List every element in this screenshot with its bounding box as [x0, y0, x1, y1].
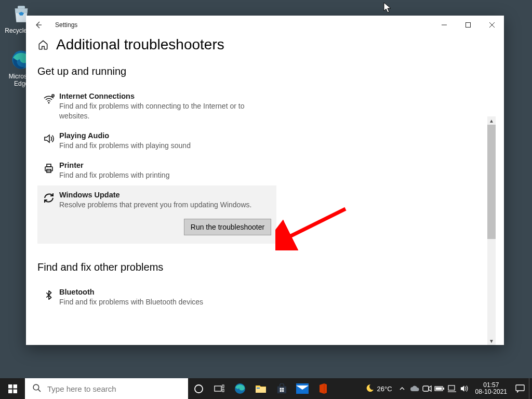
svg-rect-24 [282, 390, 283, 391]
item-desc: Find and fix problems with connecting to… [59, 101, 257, 121]
item-name: Windows Update [59, 191, 272, 199]
svg-rect-5 [45, 167, 52, 171]
svg-rect-27 [423, 386, 429, 391]
svg-rect-11 [8, 389, 12, 393]
cortana-button[interactable] [188, 378, 209, 399]
speaker-icon [39, 131, 58, 151]
page-title: Additional troubleshooters [56, 36, 224, 53]
svg-rect-21 [280, 388, 281, 389]
system-tray [396, 378, 471, 399]
item-name: Bluetooth [59, 288, 488, 296]
svg-rect-30 [435, 388, 442, 390]
tray-overflow-button[interactable] [396, 378, 408, 399]
item-name: Printer [59, 161, 488, 169]
wifi-icon [39, 92, 58, 121]
taskbar-app-office[interactable] [313, 378, 334, 399]
troubleshooter-printer[interactable]: Printer Find and fix problems with print… [37, 156, 493, 185]
bluetooth-icon [39, 288, 58, 307]
mouse-cursor [383, 2, 393, 14]
item-desc: Resolve problems that prevent you from u… [59, 200, 257, 210]
taskbar-search[interactable] [25, 378, 188, 399]
scroll-down-button[interactable]: ▼ [487, 337, 496, 345]
troubleshooter-playing-audio[interactable]: Playing Audio Find and fix problems with… [37, 126, 493, 156]
network-icon[interactable] [446, 378, 458, 399]
refresh-icon [39, 191, 58, 210]
svg-rect-32 [516, 385, 524, 391]
svg-rect-20 [277, 386, 286, 393]
taskbar-app-mail[interactable] [292, 378, 313, 399]
svg-rect-10 [13, 384, 17, 388]
volume-icon[interactable] [459, 378, 470, 399]
search-input[interactable] [47, 384, 172, 393]
svg-rect-22 [282, 388, 283, 389]
svg-rect-9 [8, 384, 12, 388]
svg-rect-12 [13, 389, 17, 393]
settings-window: Settings Additional troubleshooters Get … [26, 16, 504, 345]
taskbar-app-explorer[interactable] [250, 378, 271, 399]
onedrive-icon[interactable] [409, 378, 420, 399]
taskbar-clock[interactable]: 01:57 08-10-2021 [471, 382, 511, 395]
titlebar: Settings [26, 16, 504, 34]
taskbar-app-edge[interactable] [230, 378, 250, 399]
meet-now-icon[interactable] [421, 378, 433, 399]
svg-rect-15 [215, 386, 221, 391]
svg-point-3 [48, 102, 50, 104]
svg-rect-31 [448, 385, 455, 390]
search-icon [32, 383, 41, 394]
troubleshooter-windows-update[interactable]: Windows Update Resolve problems that pre… [37, 185, 276, 244]
maximize-button[interactable] [456, 17, 480, 33]
task-view-button[interactable] [209, 378, 230, 399]
item-desc: Find and fix problems with printing [59, 170, 257, 180]
svg-rect-0 [18, 6, 25, 8]
run-troubleshooter-button[interactable]: Run the troubleshooter [184, 219, 271, 235]
scroll-up-button[interactable]: ▲ [487, 116, 496, 125]
svg-rect-17 [222, 389, 224, 392]
moon-icon [366, 384, 374, 394]
show-desktop-button[interactable] [529, 378, 532, 399]
close-button[interactable] [480, 17, 504, 33]
action-center-button[interactable] [511, 378, 529, 399]
taskbar-app-store[interactable] [271, 378, 292, 399]
item-name: Playing Audio [59, 131, 488, 140]
svg-rect-6 [47, 164, 51, 167]
svg-point-13 [33, 384, 39, 390]
troubleshooter-list-getup: Internet Connections Find and fix proble… [37, 87, 493, 244]
taskbar: 26°C 01:57 08-10-2021 [0, 378, 532, 399]
svg-rect-2 [466, 23, 471, 28]
svg-rect-26 [296, 383, 309, 385]
item-desc: Find and fix problems with Bluetooth dev… [59, 297, 257, 307]
start-button[interactable] [0, 378, 25, 399]
scrollbar[interactable]: ▲ ▼ [487, 116, 496, 345]
clock-date: 08-10-2021 [475, 389, 507, 395]
home-icon[interactable] [37, 39, 49, 50]
item-desc: Find and fix problems with playing sound [59, 141, 257, 151]
svg-rect-16 [222, 385, 224, 388]
svg-point-14 [195, 385, 203, 393]
weather-temp: 26°C [377, 385, 392, 393]
section-title: Find and fix other problems [37, 261, 493, 273]
section-title: Get up and running [37, 65, 493, 77]
battery-icon[interactable] [434, 378, 445, 399]
window-app-title: Settings [55, 21, 77, 29]
svg-rect-29 [443, 388, 444, 390]
window-content: Additional troubleshooters Get up and ru… [26, 34, 504, 345]
minimize-button[interactable] [432, 17, 456, 33]
troubleshooter-internet-connections[interactable]: Internet Connections Find and fix proble… [37, 87, 493, 126]
item-name: Internet Connections [59, 92, 488, 100]
troubleshooter-list-other: Bluetooth Find and fix problems with Blu… [37, 283, 493, 312]
back-button[interactable] [30, 17, 47, 33]
printer-icon [39, 161, 58, 180]
svg-rect-23 [280, 390, 281, 391]
taskbar-weather[interactable]: 26°C [362, 384, 396, 394]
scroll-thumb[interactable] [487, 125, 496, 239]
troubleshooter-bluetooth[interactable]: Bluetooth Find and fix problems with Blu… [37, 283, 493, 312]
